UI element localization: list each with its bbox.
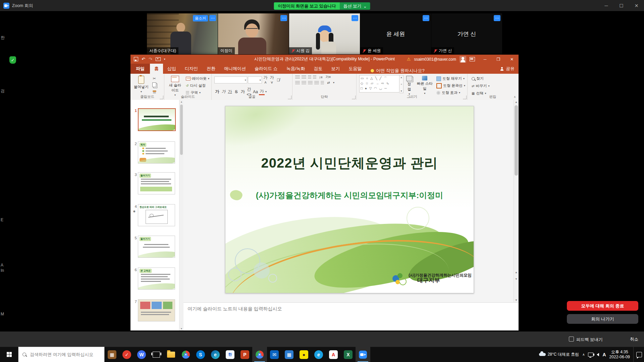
scroll-down-icon[interactable]: ▼ (514, 299, 519, 302)
grow-font-button[interactable]: 가˄ (263, 75, 268, 85)
ribbon-display-options-icon[interactable] (470, 57, 475, 61)
participant-more-button[interactable]: ⋯ (352, 15, 358, 21)
send-feedback-option[interactable]: 피드백 보내기 (569, 337, 602, 343)
cut-button[interactable]: ✂ (151, 76, 157, 81)
calculator-icon[interactable]: ▦ (282, 347, 297, 362)
participant-more-button[interactable]: ⋯ (209, 15, 216, 21)
slide-thumbnail[interactable]: 본 교육은 (138, 267, 175, 290)
quick-styles-button[interactable]: 빠른 스타일▾ (415, 75, 434, 96)
search-input[interactable] (29, 352, 101, 357)
align-left-button[interactable] (295, 81, 300, 84)
numbering-button[interactable] (302, 75, 306, 79)
scroll-down-icon[interactable]: ▼ (179, 327, 183, 330)
tab-file[interactable]: 파일 (130, 64, 150, 74)
ppt-close-button[interactable]: ✕ (505, 55, 519, 64)
video-tile[interactable]: 음소거 ⋯ 서종수(대구대) (147, 13, 218, 54)
shapes-more-icon[interactable]: ≡ (400, 83, 402, 85)
hidden-icons-chevron[interactable]: ∧ (582, 353, 585, 356)
ime-indicator[interactable]: A (602, 352, 606, 357)
clipboard-dialog-launcher[interactable] (160, 96, 163, 99)
chrome-active-icon[interactable] (252, 347, 267, 362)
chrome-icon[interactable] (178, 347, 193, 362)
slide-thumbnail[interactable] (138, 108, 176, 131)
increase-indent-button[interactable] (313, 75, 316, 79)
font-name-combobox[interactable]: ▾ (214, 76, 247, 83)
whale-browser-icon[interactable]: W (134, 347, 149, 362)
arrange-button[interactable]: 정렬▾ (405, 75, 414, 96)
decrease-indent-button[interactable] (308, 75, 311, 79)
excel-icon[interactable]: X (341, 347, 356, 362)
notes-pane[interactable]: 여기에 슬라이드 노트의 내용을 입력하십시오 (183, 302, 519, 330)
participant-more-button[interactable]: ⋯ (423, 15, 429, 21)
scroll-up-icon[interactable]: ▲ (179, 101, 183, 103)
redo-icon[interactable]: ↷ (149, 57, 152, 62)
font-color-dropdown-icon[interactable]: ▾ (265, 90, 267, 93)
powerpoint-icon[interactable]: P (237, 347, 252, 362)
undo-icon[interactable]: ↶ (142, 57, 145, 62)
taskbar-clock[interactable]: 오후 4:35 2022-06-09 (609, 350, 630, 360)
ppt-minimize-button[interactable]: ─ (478, 55, 492, 64)
tab-insert[interactable]: 삽입 (163, 64, 180, 74)
leave-meeting-button[interactable]: 회의 나가기 (567, 314, 638, 324)
internet-explorer-icon[interactable]: e (311, 347, 326, 362)
weather-widget[interactable]: 28°C 대체로 흐림 (539, 352, 579, 357)
warning-icon[interactable]: ⚠ (407, 57, 411, 62)
bullets-button[interactable] (295, 75, 300, 79)
shapes-scroll-down-icon[interactable]: ▼ (400, 90, 402, 92)
network-icon[interactable] (588, 353, 593, 357)
find-button[interactable]: 찾기 (471, 76, 518, 81)
tab-transitions[interactable]: 전환 (202, 64, 220, 74)
tab-home[interactable]: 홈 (150, 64, 163, 74)
file-explorer-icon[interactable] (164, 347, 178, 362)
zoom-close-button[interactable]: ✕ (629, 3, 644, 8)
paste-button[interactable]: 붙여넣기▾ (132, 75, 150, 94)
slide-subtitle[interactable]: (사)가정을건강하게하는 시민의모임대구지부:이정미 (225, 190, 474, 201)
start-button[interactable] (0, 347, 18, 362)
font-dialog-launcher[interactable] (288, 96, 291, 99)
ppt-restore-button[interactable]: ❐ (492, 55, 505, 64)
drawing-dialog-launcher[interactable] (463, 96, 467, 99)
reset-button[interactable]: ↺다시 설정 (185, 83, 210, 88)
tab-review[interactable]: 검토 (309, 64, 327, 74)
edge-icon[interactable]: e (208, 347, 223, 362)
paragraph-dialog-launcher[interactable] (352, 96, 356, 99)
shapes-scroll-up-icon[interactable]: ▲ (400, 76, 402, 78)
slide-thumbnail[interactable] (138, 299, 175, 321)
smartart-convert-button[interactable]: ⇄ (326, 81, 331, 84)
zoom-minimize-button[interactable]: ─ (599, 3, 614, 8)
strikethrough-button[interactable]: S (233, 89, 239, 94)
share-button[interactable]: 공유 (500, 64, 515, 74)
italic-button[interactable]: 가 (221, 89, 226, 95)
zoom-maximize-button[interactable]: ☐ (614, 3, 629, 8)
quick-access-dropdown-icon[interactable]: ▾ (164, 58, 165, 61)
slide-title[interactable]: 2022년 시민단체운영과 관리 (225, 154, 474, 172)
copy-button[interactable] (151, 82, 157, 87)
shrink-font-button[interactable]: 가˅ (269, 75, 275, 85)
text-direction-button[interactable]: 가≡ (325, 75, 331, 79)
line-spacing-button[interactable]: ↕≡ (318, 75, 324, 79)
kakaotalk-icon[interactable]: ● (297, 347, 311, 362)
font-size-combobox[interactable]: ▾ (248, 76, 262, 83)
clear-formatting-button[interactable]: 가̸ (275, 78, 281, 82)
slide-thumbnail[interactable]: 들어가기 (138, 172, 175, 194)
action-center-button[interactable] (633, 347, 642, 362)
account-avatar[interactable] (460, 56, 466, 63)
tab-slideshow[interactable]: 슬라이드 쇼 (250, 64, 282, 74)
previous-slide-icon[interactable]: ▲ (514, 271, 519, 274)
tell-me-search[interactable]: 어떤 작업을 원하시나요? (371, 68, 424, 74)
taskbar-search[interactable] (18, 347, 105, 362)
new-slide-button[interactable]: 새 슬라이드▾ (166, 75, 184, 97)
view-options-button[interactable]: 옵션 보기⌄ (340, 2, 370, 10)
save-icon[interactable] (134, 57, 138, 61)
slide-scrollbar[interactable]: ▲ ▲ ▼ ▼ (514, 100, 519, 302)
alyac-icon[interactable]: ✓ (119, 347, 134, 362)
end-meeting-for-all-button[interactable]: 모두에 대해 회의 종료 (567, 301, 638, 311)
video-tile[interactable]: ⋯ 이정미 (218, 13, 289, 54)
cancel-button[interactable]: 취소 (630, 337, 638, 342)
skype-icon[interactable]: S (193, 347, 208, 362)
paragraph-more-icon[interactable]: ▾ (333, 81, 334, 84)
acrobat-icon[interactable]: A (326, 347, 341, 362)
tab-help[interactable]: 도움말 (344, 64, 366, 74)
bold-button[interactable]: 가 (214, 89, 220, 95)
shape-outline-button[interactable]: 도형 윤곽선▾ (436, 83, 466, 88)
